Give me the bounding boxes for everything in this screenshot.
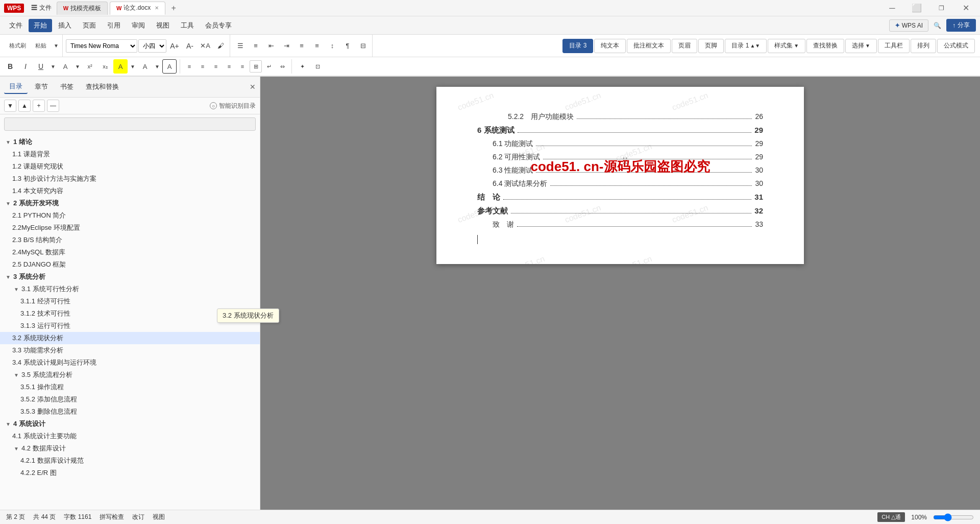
list-item[interactable]: 2.1 PYTHON 简介 [0, 209, 260, 222]
list-item[interactable]: 3.4 系统设计规则与运行环境 [0, 356, 260, 369]
smart-toc-toggle[interactable]: ○ 智能识别目录 [210, 102, 256, 110]
list-item[interactable]: 2.2MyEclipse 环境配置 [0, 222, 260, 234]
align-right-button[interactable]: ≡ [210, 60, 222, 73]
comment-text-button[interactable]: 批注框文本 [627, 39, 671, 53]
align-left2[interactable]: ≡ [295, 39, 309, 53]
list-item[interactable]: 3.1.1 经济可行性 [0, 295, 260, 307]
list-item[interactable]: ▼ 2 系统开发环境 [0, 197, 260, 209]
share-button[interactable]: ↑ 分享 [946, 19, 976, 32]
font-size-increase[interactable]: A+ [167, 39, 182, 53]
menu-item-tools[interactable]: 工具 [176, 19, 199, 32]
menu-item-file[interactable]: 文件 [4, 19, 28, 32]
clear-format[interactable]: ✕A [198, 39, 212, 53]
two-column-button[interactable]: ⊞ [250, 60, 262, 73]
select-button[interactable]: 选择 ▼ [845, 39, 877, 53]
underline-dropdown[interactable]: ▼ [49, 59, 57, 74]
nav-tab-bookmark[interactable]: 书签 [55, 80, 79, 93]
list-item[interactable]: 3.2 系统现状分析 [0, 332, 260, 344]
highlight-text-button[interactable]: ✦ [295, 59, 309, 74]
columns[interactable]: ⊟ [356, 39, 370, 53]
win-restore[interactable]: ❐ [931, 0, 951, 16]
increase-indent[interactable]: ⇥ [279, 39, 293, 53]
list-item[interactable]: 1.1 课题背景 [0, 148, 260, 160]
list-item[interactable]: 3.3 功能需求分析 [0, 344, 260, 356]
style-button[interactable]: 格式刷 [5, 39, 30, 53]
list-item[interactable]: 4.1 系统设计主要功能 [0, 430, 260, 442]
menu-item-start[interactable]: 开始 [29, 19, 52, 32]
nav-add-item[interactable]: + [33, 100, 45, 112]
formula-button[interactable]: 公式模式 [937, 39, 975, 53]
list-item[interactable]: 3.5.3 删除信息流程 [0, 406, 260, 418]
format-painter[interactable]: 🖌 [213, 39, 228, 53]
list-item[interactable]: ▼ 3.1 系统可行性分析 [0, 283, 260, 295]
wps-ai-button[interactable]: ✦ WPS AI [889, 19, 928, 32]
track-changes[interactable]: 改订 [132, 513, 144, 521]
paste-dropdown[interactable]: ▼ [52, 39, 60, 53]
font-size-select[interactable]: 小四 [138, 39, 166, 53]
list-item[interactable]: ▼ 3 系统分析 [0, 271, 260, 283]
plain-text-button[interactable]: 纯文本 [594, 39, 626, 53]
nav-remove-item[interactable]: — [47, 100, 59, 112]
spell-check[interactable]: 拼写检查 [100, 513, 124, 521]
align-left-button[interactable]: ≡ [183, 60, 195, 73]
styles-button[interactable]: 样式集 ▼ [768, 39, 805, 53]
document-area[interactable]: ⠿ code51.cn code51.cn code51.cn code51.c… [260, 77, 980, 510]
win-minimize[interactable]: ─ [882, 0, 902, 16]
list-item[interactable]: 3.5.1 操作流程 [0, 381, 260, 393]
font-color-button[interactable]: A [58, 59, 72, 74]
ordered-list[interactable]: ≡ [249, 39, 263, 53]
list-item[interactable]: 1.4 本文研究内容 [0, 185, 260, 197]
win-maximize[interactable]: ⬜ [906, 0, 927, 16]
nav-tab-toc[interactable]: 目录 [4, 80, 28, 94]
list-item[interactable]: 2.4MySQL 数据库 [0, 246, 260, 258]
list-item[interactable]: 1.3 初步设计方法与实施方案 [0, 173, 260, 185]
menu-item-review[interactable]: 审阅 [127, 19, 150, 32]
border-shading-button[interactable]: ⊡ [310, 59, 325, 74]
list-item[interactable]: 2.5 DJANGO 框架 [0, 258, 260, 271]
toolbar-btn[interactable]: 工具栏 [878, 39, 910, 53]
highlight-button[interactable]: A [113, 59, 128, 74]
tab-doc[interactable]: W 论文.docx ✕ [110, 2, 165, 15]
highlight-dropdown[interactable]: ▼ [129, 59, 137, 74]
lang-button[interactable]: CH △通 [877, 512, 905, 522]
nav-collapse-all[interactable]: ▼ [4, 100, 16, 112]
paragraph-spacing[interactable]: ¶ [340, 39, 355, 53]
list-item[interactable]: ▼ 3.5 系统流程分析 [0, 369, 260, 381]
list-item[interactable]: 4.2.2 E/R 图 [0, 467, 260, 479]
page-header-button[interactable]: 页眉 [672, 39, 697, 53]
char-border-button[interactable]: A [162, 59, 177, 74]
decrease-indent[interactable]: ⇤ [264, 39, 278, 53]
add-tab-button[interactable]: + [167, 2, 180, 14]
nav-tab-chapter[interactable]: 章节 [30, 80, 53, 93]
superscript-button[interactable]: x² [83, 59, 97, 74]
view-mode[interactable]: 视图 [153, 513, 165, 521]
nav-panel-close[interactable]: ✕ [250, 83, 256, 91]
menu-item-insert[interactable]: 插入 [53, 19, 77, 32]
nav-tab-findreplace[interactable]: 查找和替换 [81, 80, 124, 93]
list-item[interactable]: 1.2 课题研究现状 [0, 160, 260, 173]
menu-item-reference[interactable]: 引用 [102, 19, 126, 32]
zoom-slider[interactable] [933, 513, 974, 521]
unordered-list[interactable]: ☰ [233, 39, 248, 53]
underline-button[interactable]: U [34, 59, 48, 74]
tab-close-icon[interactable]: ✕ [155, 5, 159, 11]
subscript-button[interactable]: x₂ [98, 59, 112, 74]
menu-item-member[interactable]: 会员专享 [200, 19, 237, 32]
font-bg-dropdown[interactable]: ▼ [153, 59, 161, 74]
font-color-dropdown[interactable]: ▼ [74, 59, 82, 74]
menu-trigger-file[interactable]: ☰ 文件 [28, 4, 54, 12]
line-spacing[interactable]: ↕ [325, 39, 339, 53]
distributed-button[interactable]: ≡ [236, 60, 249, 73]
toc3-button[interactable]: 目录 3 [562, 39, 593, 53]
list-item[interactable]: 3.5.2 添加信息流程 [0, 393, 260, 406]
list-item[interactable]: 2.3 B/S 结构简介 [0, 234, 260, 246]
find-replace-button[interactable]: 查找替换 [806, 39, 844, 53]
char-spacing-button[interactable]: ⇔ [276, 60, 288, 73]
list-item[interactable]: ▼ 4.2 数据库设计 [0, 442, 260, 455]
align-center-button[interactable]: ≡ [197, 60, 209, 73]
font-size-decrease[interactable]: A- [183, 39, 197, 53]
nav-search-input[interactable] [4, 117, 256, 131]
paste-button[interactable]: 粘贴 [31, 39, 51, 53]
list-item[interactable]: ▼ 4 系统设计 [0, 418, 260, 430]
font-bg-button[interactable]: A [138, 59, 152, 74]
